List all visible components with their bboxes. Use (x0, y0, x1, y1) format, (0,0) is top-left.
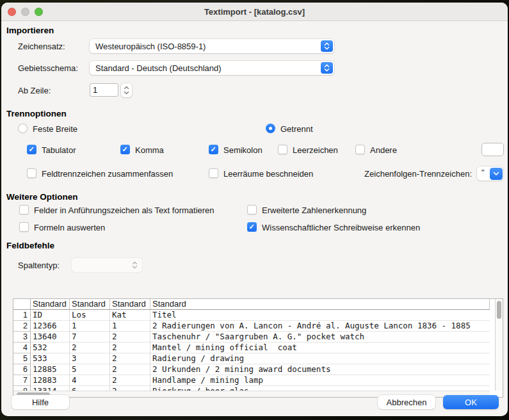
column-type-header: Standard (31, 299, 70, 309)
semicolon-label: Semikolon (223, 145, 263, 155)
special-numbers-label: Erweiterte Zahlenerkennung (262, 206, 366, 215)
stepper-arrows-icon (124, 86, 129, 95)
data-cell: 533 (31, 353, 70, 364)
data-cell: Mantel / mining official coat (150, 343, 490, 353)
special-numbers-checkbox[interactable] (247, 205, 257, 214)
chevron-up-down-icon (129, 259, 141, 271)
table-row[interactable]: 1IDLosKatTitel (13, 310, 490, 321)
table-row[interactable]: 212366112 Radierungen von A. Lancon - An… (13, 321, 490, 332)
locale-label: Gebietsschema: (18, 63, 78, 73)
table-row[interactable]: 31364072Taschenuhr / "Saargruben A. G." … (13, 332, 490, 343)
row-number-header (13, 299, 31, 309)
scientific-notation-checkbox[interactable] (247, 222, 257, 232)
section-separator-title: Trennoptionen (6, 109, 67, 118)
preview-header-row[interactable]: StandardStandardStandardStandard (13, 299, 490, 310)
from-row-label: Ab Zeile: (18, 86, 51, 95)
data-cell: 3 (70, 353, 110, 364)
data-cell: 2 (110, 364, 150, 375)
import-preview-table[interactable]: StandardStandardStandardStandard1IDLosKa… (13, 298, 503, 398)
space-label: Leerzeichen (293, 145, 338, 155)
evaluate-formulas-label: Formeln auswerten (34, 223, 105, 232)
data-cell: 2 (110, 332, 150, 343)
other-separator-input[interactable] (481, 143, 504, 156)
chevron-down-icon (490, 168, 503, 180)
data-cell: 12883 (31, 375, 70, 386)
charset-label: Zeichensatz: (18, 42, 65, 51)
data-cell: 13640 (31, 332, 70, 343)
data-cell: Radierung / drawing (150, 353, 490, 364)
merge-delimiters-checkbox[interactable] (27, 168, 36, 178)
row-number: 5 (13, 353, 31, 364)
merge-delimiters-label: Feldtrennzeichen zusammenfassen (42, 169, 173, 179)
row-number: 3 (13, 332, 31, 343)
cancel-button[interactable]: Abbrechen (378, 395, 435, 409)
data-cell: Titel (150, 310, 490, 321)
data-cell: 1 (70, 321, 110, 332)
table-row[interactable]: 612885522 Urkunden / 2 mining award docu… (13, 364, 490, 375)
data-cell: 532 (31, 343, 70, 353)
data-cell: 13314 (31, 386, 70, 391)
tab-label: Tabulator (42, 145, 76, 155)
quoted-as-text-checkbox[interactable] (19, 205, 29, 214)
data-cell: 2 (110, 353, 150, 364)
zoom-icon[interactable] (35, 8, 43, 16)
locale-select[interactable]: Standard - Deutsch (Deutschland) (90, 61, 334, 75)
data-cell: 2 Radierungen von A. Lancon - André al. … (150, 321, 490, 332)
semicolon-checkbox[interactable] (209, 145, 218, 154)
minimize-icon (21, 8, 29, 16)
separated-label: Getrennt (280, 124, 313, 134)
column-type-header: Standard (150, 299, 490, 309)
close-icon[interactable] (8, 8, 16, 16)
data-cell: 7 (70, 332, 110, 343)
data-cell: 2 Urkunden / 2 mining award documents (150, 364, 490, 375)
space-checkbox[interactable] (278, 145, 287, 154)
data-cell: ID (31, 310, 70, 321)
comma-label: Komma (135, 145, 164, 155)
scientific-notation-label: Wissenschaftlicher Schreibweise erkennen (262, 223, 420, 232)
section-fields-title: Feldbefehle (6, 241, 54, 250)
window-title: Textimport - [katalog.csv] (204, 7, 305, 17)
other-checkbox[interactable] (355, 145, 365, 154)
charset-value: Westeuropäisch (ISO-8859-1) (95, 42, 206, 51)
fixed-width-label: Feste Breite (33, 124, 77, 134)
help-button[interactable]: Hilfe (12, 395, 69, 409)
quoted-as-text-label: Felder in Anführungszeichen als Text for… (34, 206, 214, 215)
row-number: 6 (13, 364, 31, 375)
chevron-up-down-icon (321, 62, 333, 74)
data-cell: Handlampe / mining lamp (150, 375, 490, 386)
data-cell: 2 (110, 386, 150, 391)
tab-checkbox[interactable] (27, 145, 36, 154)
ok-button[interactable]: OK (443, 395, 499, 409)
titlebar[interactable]: Textimport - [katalog.csv] (1, 3, 508, 21)
evaluate-formulas-checkbox[interactable] (19, 222, 29, 232)
section-other-options-title: Weitere Optionen (6, 192, 78, 202)
data-cell: 2 (70, 343, 110, 353)
section-import-title: Importieren (6, 26, 54, 35)
vertical-scrollbar-thumb[interactable] (497, 301, 501, 319)
data-cell: Bierkrug / beer glas (150, 386, 490, 391)
fixed-width-radio[interactable] (18, 124, 28, 133)
table-row[interactable]: 453222Mantel / mining official coat (13, 343, 490, 353)
table-row[interactable]: 81331462Bierkrug / beer glas (13, 386, 490, 391)
string-delimiter-label: Zeichenfolgen-Trennzeichen: (349, 169, 472, 179)
data-cell: 5 (70, 364, 110, 375)
row-number: 8 (13, 386, 31, 391)
table-row[interactable]: 71288342Handlampe / mining lamp (13, 375, 490, 386)
data-cell: 2 (110, 343, 150, 353)
separated-radio[interactable] (266, 124, 275, 133)
trim-spaces-checkbox[interactable] (209, 168, 218, 178)
comma-checkbox[interactable] (120, 145, 130, 154)
data-cell: Los (70, 310, 110, 321)
from-row-stepper[interactable] (121, 83, 132, 97)
data-cell: 12885 (31, 364, 70, 375)
charset-select[interactable]: Westeuropäisch (ISO-8859-1) (90, 39, 334, 53)
string-delimiter-combo[interactable]: " (477, 166, 503, 181)
data-cell: 2 (110, 375, 150, 386)
from-row-input[interactable]: 1 (90, 83, 118, 97)
data-cell: 12366 (31, 321, 70, 332)
table-row[interactable]: 553332Radierung / drawing (13, 353, 490, 364)
data-cell: Kat (110, 310, 150, 321)
row-number: 1 (13, 310, 31, 321)
vertical-scrollbar[interactable] (495, 299, 503, 391)
column-type-select (72, 258, 142, 272)
